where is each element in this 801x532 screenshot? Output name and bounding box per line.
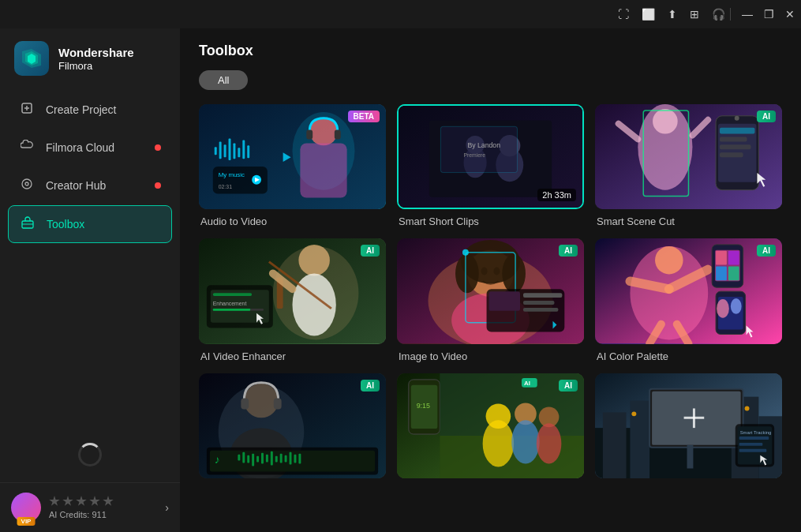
svg-rect-19 <box>229 138 231 160</box>
title-bar: ⛶ ⬜ ⬆ ⊞ 🎧 — ❐ ✕ <box>0 0 801 28</box>
sidebar-item-create-project[interactable]: Create Project <box>8 92 172 128</box>
creator-hub-badge <box>155 182 161 189</box>
star-1 <box>49 496 60 507</box>
filmora-cloud-badge <box>155 144 161 151</box>
svg-point-99 <box>717 299 729 318</box>
svg-point-158 <box>745 406 750 410</box>
tools-grid: My music 02:31 BETA Audio to Video <box>199 104 782 485</box>
svg-point-100 <box>731 298 742 314</box>
svg-rect-141 <box>603 412 627 478</box>
svg-rect-119 <box>280 453 283 463</box>
thumb-ai-video: Enhancement <box>199 238 386 343</box>
svg-rect-123 <box>298 453 301 463</box>
filmora-cloud-icon <box>19 140 35 155</box>
upload-icon[interactable]: ⬆ <box>668 8 677 21</box>
svg-text:By Landon: By Landon <box>467 141 500 149</box>
badge-ai-color: AI <box>757 245 776 257</box>
svg-rect-96 <box>728 267 739 281</box>
share-icon[interactable]: ⛶ <box>618 8 629 21</box>
avatar-wrap: VIP <box>11 493 41 523</box>
svg-text:Smart Tracking: Smart Tracking <box>740 430 772 435</box>
svg-rect-120 <box>285 455 287 462</box>
svg-point-157 <box>631 411 636 416</box>
svg-rect-95 <box>716 267 727 281</box>
footer-stars <box>49 496 114 507</box>
logo-text: Wondershare Filmora <box>58 46 134 72</box>
sidebar-item-filmora-cloud[interactable]: Filmora Cloud <box>8 129 172 166</box>
svg-rect-81 <box>523 301 555 305</box>
creator-hub-icon <box>19 178 35 193</box>
filter-bar: All <box>199 70 782 90</box>
tool-name-image-to-video: Image to Video <box>397 344 584 362</box>
monitor-icon[interactable]: ⬜ <box>642 8 655 21</box>
sidebar-item-creator-hub[interactable]: Creator Hub <box>8 167 172 204</box>
svg-point-136 <box>537 423 562 463</box>
badge-ai-tool8: AI <box>559 380 578 392</box>
grid-container: My music 02:31 BETA Audio to Video <box>180 99 801 532</box>
sidebar-item-toolbox[interactable]: Toolbox <box>8 205 172 243</box>
svg-point-7 <box>25 182 28 185</box>
card-timestamp-smart-short: 2h 33m <box>537 189 576 201</box>
vip-badge: VIP <box>17 517 36 526</box>
thumb-tool8: 9:15 <box>397 373 584 478</box>
svg-rect-51 <box>720 152 743 157</box>
svg-rect-17 <box>219 141 222 159</box>
tool-card-wrapper-tool7: ♪ AI <box>199 373 386 485</box>
svg-point-86 <box>655 246 683 275</box>
sidebar-label-creator-hub: Creator Hub <box>46 179 106 192</box>
filter-all[interactable]: All <box>199 70 248 90</box>
svg-point-41 <box>653 109 678 134</box>
svg-point-74 <box>493 268 500 275</box>
tool-name-smart-short: Smart Short Clips <box>397 209 584 227</box>
tool-name-ai-color: AI Color Palette <box>595 344 782 362</box>
tool9-illustration: Smart Tracking <box>595 373 782 478</box>
grid-icon[interactable]: ⊞ <box>690 8 699 21</box>
title-bar-icons: ⛶ ⬜ ⬆ ⊞ 🎧 <box>618 8 725 21</box>
tool-card-smart-scene-cut[interactable]: AI <box>595 104 782 209</box>
star-2 <box>62 496 73 507</box>
svg-rect-116 <box>266 454 268 462</box>
badge-ai-tool7: AI <box>361 380 380 392</box>
tool-card-ai-color-palette[interactable]: AI <box>595 238 782 343</box>
sidebar-spacer <box>0 243 180 435</box>
minimize-button[interactable]: — <box>742 8 753 21</box>
footer-arrow[interactable]: › <box>165 501 169 514</box>
svg-text:Premiere: Premiere <box>464 152 486 158</box>
logo-icon <box>14 41 49 76</box>
thumb-tool9: Smart Tracking <box>595 373 782 478</box>
logo-title: Wondershare <box>58 46 134 60</box>
svg-rect-13 <box>300 143 346 197</box>
tool-card-tool9[interactable]: Smart Tracking <box>595 373 782 478</box>
svg-rect-48 <box>720 128 754 134</box>
logo-subtitle: Filmora <box>58 60 134 72</box>
svg-rect-147 <box>687 444 694 468</box>
svg-rect-79 <box>489 291 521 311</box>
sidebar-nav: Create Project Filmora Cloud <box>0 92 180 243</box>
svg-rect-21 <box>238 148 240 157</box>
close-button[interactable]: ✕ <box>785 8 795 21</box>
tool-card-wrapper-image-to-video: AI Image to Video <box>397 238 584 362</box>
tool-name-tool7 <box>199 478 386 485</box>
svg-rect-82 <box>523 308 558 312</box>
tool7-illustration: ♪ <box>199 373 386 478</box>
svg-rect-117 <box>271 451 273 465</box>
tool-card-audio-to-video[interactable]: My music 02:31 BETA <box>199 104 386 209</box>
tool-card-smart-short-clips[interactable]: By Landon Premiere 2h 33m <box>397 104 584 209</box>
ai-video-illustration: Enhancement <box>199 238 386 343</box>
svg-rect-113 <box>252 453 254 466</box>
svg-rect-65 <box>213 309 250 311</box>
tool-card-tool7[interactable]: ♪ AI <box>199 373 386 478</box>
tool-card-tool8[interactable]: 9:15 <box>397 373 584 478</box>
svg-rect-121 <box>290 451 292 464</box>
filmora-logo-svg <box>21 47 43 69</box>
svg-rect-80 <box>523 293 562 298</box>
svg-rect-20 <box>233 143 235 159</box>
tool-card-wrapper-tool8: 9:15 <box>397 373 584 485</box>
tool-card-ai-video-enhancer[interactable]: Enhancement AI <box>199 238 386 343</box>
maximize-button[interactable]: ❐ <box>764 8 774 21</box>
headset-icon[interactable]: 🎧 <box>712 8 725 21</box>
badge-beta-audio: BETA <box>348 111 380 122</box>
tool-card-image-to-video[interactable]: AI <box>397 238 584 343</box>
svg-text:♪: ♪ <box>215 452 220 465</box>
svg-rect-49 <box>720 137 747 141</box>
